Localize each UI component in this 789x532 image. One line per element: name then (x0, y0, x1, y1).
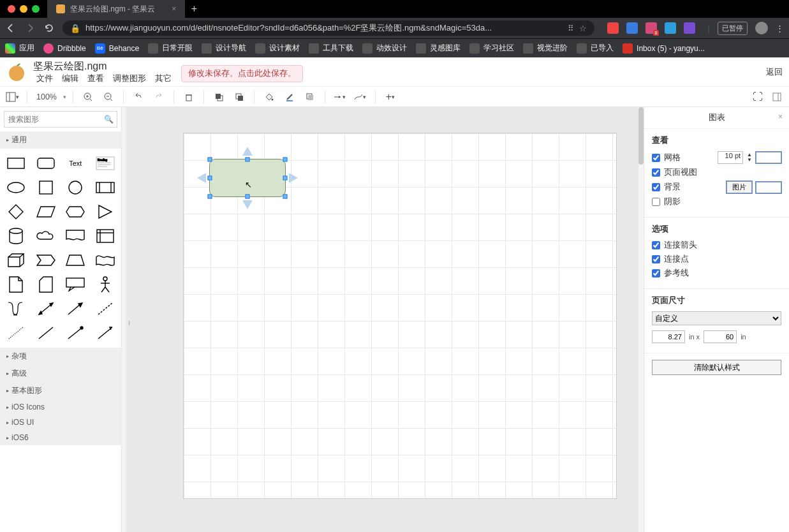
shape-actor[interactable] (92, 274, 119, 295)
redo-icon[interactable] (151, 89, 167, 105)
shape-circle[interactable] (62, 177, 89, 198)
to-back-icon[interactable] (231, 89, 247, 105)
bookmark-folder[interactable]: 已导入 (577, 43, 614, 54)
shape-document[interactable] (62, 225, 89, 247)
shape-hexagon[interactable] (62, 201, 89, 223)
shape-search[interactable]: 🔍 (4, 111, 117, 128)
layout-icon[interactable]: ▾ (4, 89, 20, 105)
shape-curve[interactable] (3, 298, 30, 320)
shape-search-input[interactable] (8, 115, 104, 124)
nav-forward-icon[interactable] (24, 22, 36, 34)
bookmark-folder[interactable]: 视觉进阶 (523, 43, 568, 54)
shape-dash-line[interactable] (92, 298, 119, 320)
page-height-input[interactable] (704, 330, 737, 343)
dir-arrow-right-icon[interactable] (289, 173, 298, 183)
grid-color-swatch[interactable] (756, 152, 781, 163)
panel-resize-handle[interactable]: ⁞ (128, 320, 130, 327)
bookmark-folder[interactable]: 日常开眼 (148, 43, 193, 54)
extension-icon[interactable] (607, 22, 619, 34)
shadow-checkbox[interactable] (652, 198, 660, 206)
conn-point-checkbox[interactable] (652, 255, 660, 263)
menu-file[interactable]: 文件 (33, 74, 56, 84)
selected-shape[interactable]: ↖ (209, 159, 286, 197)
shape-dotted-line[interactable] (3, 322, 30, 344)
shadow-icon[interactable] (302, 89, 318, 105)
grid-pt-input[interactable]: 10 pt (718, 151, 743, 164)
pause-badge[interactable]: 已暂停 (718, 22, 748, 35)
extension-icon[interactable]: 8 (645, 22, 657, 34)
pageview-checkbox[interactable] (652, 168, 660, 177)
category-ios-ui[interactable]: ▸iOS UI (0, 415, 121, 430)
fullscreen-icon[interactable]: ⛶ (749, 89, 766, 105)
new-tab-button[interactable]: + (185, 3, 203, 15)
dir-arrow-down-icon[interactable] (242, 200, 253, 209)
shape-text[interactable]: Text (62, 152, 89, 174)
shape-process[interactable] (92, 177, 119, 198)
page-width-input[interactable] (652, 330, 685, 343)
shape-ellipse[interactable] (3, 177, 30, 198)
window-min-btn[interactable] (20, 5, 27, 13)
unsaved-warning[interactable]: 修改未保存。点击此处保存。 (181, 65, 303, 82)
window-close-btn[interactable] (8, 5, 15, 13)
extension-icon[interactable] (626, 22, 638, 34)
conn-arrow-checkbox[interactable] (652, 241, 660, 249)
browser-menu-icon[interactable]: ⋮ (776, 24, 784, 33)
nav-reload-icon[interactable] (43, 22, 55, 34)
bookmark-behance[interactable]: BēBehance (95, 43, 139, 54)
canvas-scrollbar[interactable] (638, 107, 644, 532)
shape-arrow[interactable] (62, 298, 89, 320)
shape-parallelogram[interactable] (33, 201, 60, 223)
search-icon[interactable]: 🔍 (104, 115, 114, 124)
translate-icon[interactable]: ⠿ (568, 24, 574, 33)
shape-line[interactable] (33, 322, 60, 344)
clear-defaults-button[interactable]: 清除默认样式 (652, 360, 781, 375)
guide-checkbox[interactable] (652, 269, 660, 277)
insert-icon[interactable]: +▾ (382, 89, 399, 105)
nav-back-icon[interactable] (5, 22, 17, 34)
dir-arrow-left-icon[interactable] (197, 173, 206, 183)
menu-shape[interactable]: 调整图形 (110, 74, 149, 84)
url-bar[interactable]: 🔒 https://www.jianguoyun.com/d/edit/nsno… (63, 20, 594, 36)
category-basic[interactable]: ▸基本图形 (0, 382, 121, 399)
shape-step[interactable] (33, 249, 60, 271)
canvas-page[interactable]: ↖ (183, 133, 617, 499)
connector-icon[interactable]: ▾ (332, 89, 348, 105)
zoom-level[interactable]: 100% (34, 92, 59, 101)
bg-color-swatch[interactable] (756, 182, 781, 193)
shape-roundrect[interactable] (33, 152, 60, 174)
window-max-btn[interactable] (32, 5, 40, 13)
shape-tape[interactable] (92, 249, 119, 271)
category-misc[interactable]: ▸杂项 (0, 348, 121, 365)
extension-icon[interactable] (665, 22, 676, 34)
menu-view[interactable]: 查看 (84, 74, 107, 84)
category-advanced[interactable]: ▸高级 (0, 365, 121, 382)
category-common[interactable]: ▸通用 (0, 131, 121, 149)
background-checkbox[interactable] (652, 183, 660, 191)
shape-square[interactable] (33, 177, 60, 198)
grid-checkbox[interactable] (652, 154, 660, 162)
shape-triangle[interactable] (92, 201, 119, 223)
bookmark-apps[interactable]: 应用 (5, 43, 34, 54)
bookmark-folder[interactable]: 学习社区 (469, 43, 514, 54)
bookmark-folder[interactable]: 灵感图库 (416, 43, 461, 54)
shape-note[interactable] (3, 274, 30, 295)
grid-stepper-icon[interactable]: ▲▼ (747, 152, 752, 163)
image-button[interactable]: 图片 (726, 181, 752, 193)
shape-bidir-arrow[interactable] (33, 298, 60, 320)
shape-line-dot-end[interactable] (62, 322, 89, 344)
close-panel-icon[interactable]: × (778, 112, 783, 121)
format-panel-icon[interactable] (769, 89, 785, 105)
dir-arrow-up-icon[interactable] (242, 147, 253, 156)
canvas-area[interactable]: ⁞ ↖ (126, 107, 638, 532)
shape-trapezoid[interactable] (62, 249, 89, 271)
shape-thin-arrow[interactable] (92, 322, 119, 344)
fill-color-icon[interactable] (261, 89, 277, 105)
page-size-select[interactable]: 自定义 (652, 311, 781, 325)
extension-icon[interactable] (684, 22, 695, 34)
shape-cylinder[interactable] (3, 225, 30, 247)
tab-close-icon[interactable]: × (172, 4, 176, 13)
menu-edit[interactable]: 编辑 (59, 74, 82, 84)
shape-diamond[interactable] (3, 201, 30, 223)
bookmark-folder[interactable]: 设计素材 (255, 43, 300, 54)
waypoint-icon[interactable]: ▾ (352, 89, 369, 105)
